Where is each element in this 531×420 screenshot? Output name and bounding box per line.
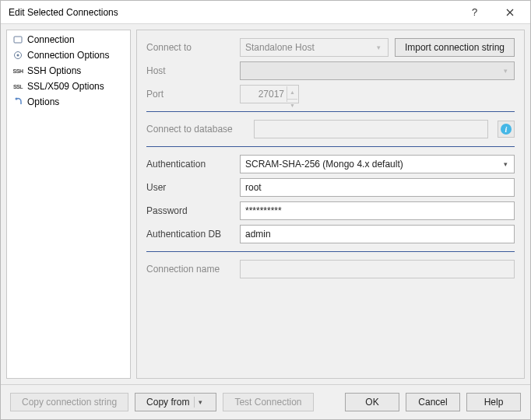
host-label: Host	[146, 65, 234, 76]
options-icon	[12, 96, 24, 108]
sidebar-item-label: Connection Options	[27, 50, 109, 61]
help-button[interactable]: Help	[466, 393, 521, 411]
close-icon	[506, 9, 514, 16]
titlebar: Edit Selected Connections ?	[1, 1, 530, 24]
copy-connection-string-button: Copy connection string	[10, 393, 128, 411]
svg-point-3	[16, 98, 18, 100]
port-value: 27017	[258, 88, 284, 100]
connection-name-field	[240, 260, 515, 278]
close-titlebar-button[interactable]	[492, 1, 527, 23]
chevron-up-icon: ▲	[287, 86, 297, 100]
connection-name-label: Connection name	[146, 264, 234, 275]
main-panel: Connect to Standalone Host ▾ Import conn…	[136, 30, 525, 379]
chevron-down-icon: ▾	[374, 41, 385, 54]
sidebar-item-connection[interactable]: Connection	[7, 32, 130, 47]
svg-rect-0	[14, 37, 22, 43]
info-icon: i	[501, 124, 512, 135]
gear-icon	[12, 49, 24, 61]
sidebar-item-options[interactable]: Options	[7, 94, 130, 110]
copy-from-button[interactable]: Copy from ▾	[135, 393, 216, 411]
connect-to-label: Connect to	[146, 42, 234, 53]
chevron-down-icon: ▾	[500, 158, 511, 170]
sidebar-item-label: SSH Options	[27, 65, 81, 76]
authentication-value: SCRAM-SHA-256 (Mongo 4.x default)	[245, 158, 403, 170]
section-database: Connect to database i	[146, 120, 515, 147]
info-button[interactable]: i	[498, 121, 515, 138]
authentication-label: Authentication	[146, 159, 234, 170]
section-auth: Authentication SCRAM-SHA-256 (Mongo 4.x …	[146, 155, 515, 252]
password-field[interactable]: **********	[240, 201, 515, 220]
section-connect: Connect to Standalone Host ▾ Import conn…	[146, 38, 515, 112]
dialog-body: Connection Connection Options SSH SSH Op…	[1, 24, 530, 384]
sidebar-item-ssh-options[interactable]: SSH SSH Options	[7, 63, 130, 79]
chevron-down-icon: ▾	[500, 65, 511, 77]
connect-to-dropdown: Standalone Host ▾	[240, 38, 389, 57]
sidebar-item-label: Connection	[27, 34, 75, 45]
authentication-dropdown[interactable]: SCRAM-SHA-256 (Mongo 4.x default) ▾	[240, 155, 515, 173]
connect-database-field	[254, 120, 488, 138]
connection-icon	[12, 33, 24, 46]
connect-to-value: Standalone Host	[245, 41, 315, 54]
ok-button[interactable]: OK	[345, 393, 399, 411]
auth-db-label: Authentication DB	[146, 229, 234, 240]
ssl-icon: SSL	[12, 80, 24, 93]
cancel-button[interactable]: Cancel	[406, 393, 460, 411]
footer: Copy connection string Copy from ▾ Test …	[1, 384, 530, 419]
dialog-title: Edit Selected Connections	[9, 7, 457, 18]
section-conn-name: Connection name	[146, 260, 515, 286]
port-stepper: 27017 ▲ ▼	[240, 85, 299, 103]
auth-db-field[interactable]: admin	[240, 225, 515, 243]
password-label: Password	[146, 205, 234, 216]
edit-connections-dialog: Edit Selected Connections ? Connection C…	[0, 0, 531, 420]
sidebar-item-connection-options[interactable]: Connection Options	[7, 47, 130, 63]
sidebar-item-label: Options	[27, 96, 59, 107]
test-connection-button: Test Connection	[223, 393, 313, 411]
svg-point-2	[17, 54, 19, 57]
user-label: User	[146, 182, 234, 193]
sidebar-item-ssl-options[interactable]: SSL SSL/X509 Options	[7, 79, 130, 94]
user-field[interactable]: root	[240, 178, 515, 197]
spinner-icon: ▲ ▼	[287, 86, 297, 102]
connect-database-label: Connect to database	[146, 124, 248, 135]
sidebar: Connection Connection Options SSH SSH Op…	[6, 30, 131, 379]
help-titlebar-button[interactable]: ?	[457, 1, 492, 23]
host-dropdown: ▾	[240, 61, 515, 80]
port-label: Port	[146, 89, 234, 100]
chevron-down-icon: ▼	[287, 100, 297, 112]
ssh-icon: SSH	[12, 65, 24, 77]
sidebar-item-label: SSL/X509 Options	[27, 81, 104, 92]
chevron-down-icon: ▾	[194, 397, 205, 408]
import-connection-string-button[interactable]: Import connection string	[395, 38, 515, 57]
